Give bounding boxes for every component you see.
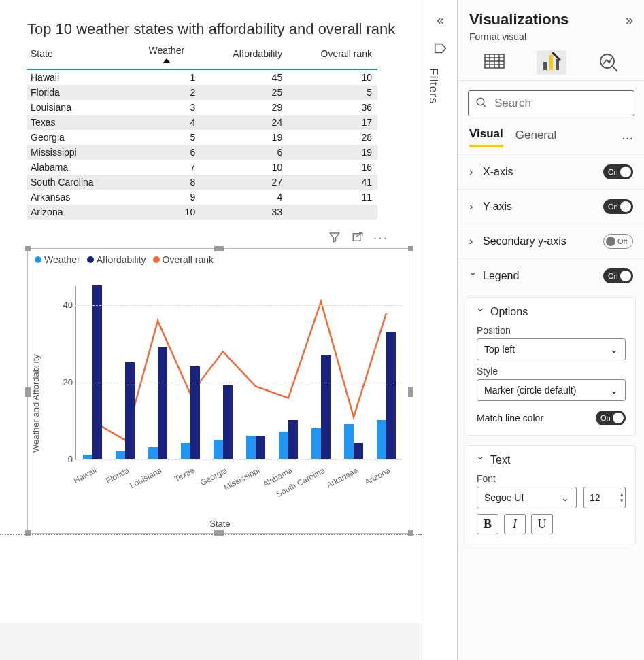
filters-label[interactable]: Filters [426, 68, 440, 104]
bar[interactable] [386, 332, 396, 459]
resize-handle[interactable] [25, 387, 31, 397]
bar[interactable] [279, 432, 288, 459]
svg-rect-9 [549, 55, 553, 70]
table-row[interactable]: Alabama71016 [27, 160, 377, 175]
bar[interactable] [116, 451, 125, 459]
bar[interactable] [311, 428, 321, 459]
tab-general[interactable]: General [515, 128, 556, 146]
line-series[interactable] [92, 302, 386, 440]
filters-rail: « Filters [422, 0, 458, 660]
column-header[interactable]: Overall rank [288, 41, 377, 69]
column-header[interactable]: Affordability [201, 41, 288, 69]
chart-visual[interactable]: WeatherAffordabilityOverall rank Weather… [27, 248, 411, 534]
format-visual-tab[interactable] [537, 50, 566, 75]
table-row[interactable]: Arkansas9411 [27, 190, 377, 205]
table-row[interactable]: Mississippi6619 [27, 145, 377, 160]
toggle-match-line-color[interactable]: On [596, 411, 626, 425]
resize-handle[interactable] [408, 246, 413, 251]
search-icon [475, 97, 488, 111]
table-cell: 11 [288, 190, 377, 205]
bar[interactable] [321, 355, 331, 459]
table-row[interactable]: South Carolina82741 [27, 175, 377, 190]
table-cell: 4 [134, 115, 201, 130]
field-label: Font [477, 473, 626, 484]
search-input[interactable] [468, 90, 634, 116]
position-dropdown[interactable]: Top left ⌄ [477, 338, 626, 360]
table-cell: 45 [201, 69, 288, 85]
bar[interactable] [256, 436, 265, 459]
table-cell: South Carolina [27, 175, 134, 190]
toggle-x-axis[interactable]: On [603, 164, 633, 179]
bar[interactable] [246, 436, 256, 459]
bar[interactable] [190, 366, 200, 459]
chevron-right-icon: › [469, 201, 477, 213]
font-dropdown[interactable]: Segoe UI ⌄ [477, 487, 577, 508]
font-size-stepper[interactable]: 12 ▴▾ [583, 487, 626, 508]
expand-right-icon[interactable]: » [626, 12, 633, 28]
more-options-icon[interactable]: ··· [622, 130, 633, 145]
toggle-secondary-y-axis[interactable]: Off [603, 234, 633, 249]
stepper-value: 12 [590, 492, 600, 503]
chevron-down-icon: ⌄ [561, 492, 569, 503]
search-field[interactable] [493, 96, 640, 111]
dropdown-value: Top left [484, 344, 515, 355]
bold-button[interactable]: B [477, 514, 498, 534]
bar[interactable] [354, 443, 363, 459]
focus-mode-icon[interactable] [351, 230, 365, 244]
table-row[interactable]: Arizona1033 [27, 205, 377, 220]
bookmark-icon[interactable] [422, 41, 458, 58]
underline-button[interactable]: U [531, 514, 553, 534]
x-axis-title: State [28, 519, 412, 529]
bar[interactable] [344, 424, 354, 459]
resize-handle[interactable] [25, 246, 31, 251]
analytics-tab[interactable] [594, 50, 624, 75]
toggle-y-axis[interactable]: On [603, 199, 633, 214]
table-row[interactable]: Hawaii14510 [27, 69, 377, 85]
chevron-down-icon[interactable]: › [475, 456, 487, 464]
dropdown-value: Marker (circle default) [484, 385, 576, 396]
table-cell: 6 [201, 145, 288, 160]
style-dropdown[interactable]: Marker (circle default) ⌄ [477, 379, 626, 401]
section-y-axis[interactable]: ›Y-axis On [458, 189, 644, 224]
chevron-down-icon[interactable]: › [475, 308, 487, 316]
resize-handle[interactable] [408, 387, 413, 397]
italic-button[interactable]: I [504, 514, 526, 534]
table-row[interactable]: Georgia51928 [27, 130, 377, 145]
spinner-icon[interactable]: ▴▾ [620, 491, 624, 504]
legend-item[interactable]: Overall rank [153, 254, 214, 265]
legend-text-card: ›Text Font Segoe UI ⌄ 12 ▴▾ B I U [467, 445, 636, 544]
legend-item[interactable]: Affordability [87, 254, 146, 265]
bar[interactable] [148, 447, 158, 459]
section-legend[interactable]: ›Legend On [458, 258, 644, 293]
legend-item[interactable]: Weather [35, 254, 80, 265]
collapse-left-icon[interactable]: « [422, 12, 458, 28]
bar[interactable] [181, 443, 190, 459]
table-visual[interactable]: StateWeatherAffordabilityOverall rank Ha… [27, 41, 377, 220]
column-header[interactable]: State [27, 41, 134, 69]
toggle-legend[interactable]: On [603, 268, 633, 283]
bar[interactable] [158, 347, 167, 459]
column-header[interactable]: Weather [134, 41, 201, 69]
build-visual-tab[interactable] [479, 50, 509, 75]
table-row[interactable]: Florida2255 [27, 85, 377, 100]
section-x-axis[interactable]: ›X-axis On [458, 154, 644, 189]
more-options-icon[interactable]: ··· [374, 230, 388, 244]
bar[interactable] [125, 362, 135, 459]
bar[interactable] [377, 420, 386, 459]
table-row[interactable]: Texas42417 [27, 115, 377, 130]
resize-handle[interactable] [214, 246, 224, 251]
bar[interactable] [83, 455, 92, 459]
table-row[interactable]: Louisiana32936 [27, 100, 377, 115]
table-cell: 33 [201, 205, 288, 220]
chevron-right-icon: › [469, 166, 477, 178]
tab-visual[interactable]: Visual [469, 127, 503, 147]
bar[interactable] [214, 440, 223, 459]
table-cell [288, 205, 377, 220]
bar[interactable] [288, 420, 298, 459]
table-cell: 6 [134, 145, 201, 160]
filter-icon[interactable] [328, 230, 341, 244]
table-cell: Arkansas [27, 190, 134, 205]
bar[interactable] [223, 385, 233, 459]
bar[interactable] [92, 285, 102, 459]
section-secondary-y-axis[interactable]: ›Secondary y-axis Off [458, 224, 644, 258]
